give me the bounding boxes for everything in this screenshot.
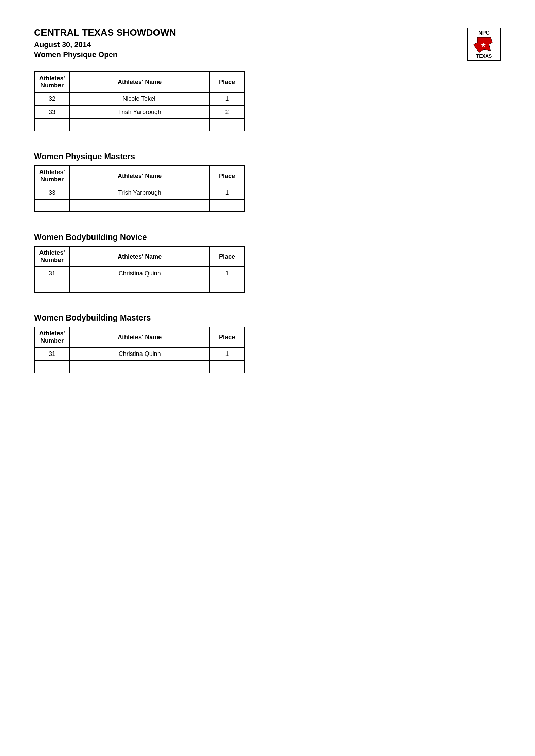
empty-cell — [70, 119, 210, 131]
table-row: 31 Christina Quinn 1 — [34, 267, 245, 280]
event-category: Women Physique Open — [34, 50, 176, 59]
column-header-name: Athletes' Name — [70, 327, 210, 347]
section-title-women-physique-masters: Women Physique Masters — [34, 152, 501, 161]
athlete-place: 1 — [210, 186, 245, 199]
section-title-women-bodybuilding-novice: Women Bodybuilding Novice — [34, 232, 501, 242]
column-header-name: Athletes' Name — [70, 72, 210, 92]
empty-cell — [34, 119, 70, 131]
empty-cell — [34, 280, 70, 292]
column-header-place: Place — [210, 246, 245, 267]
table-header-row: Athletes'Number Athletes' Name Place — [34, 72, 245, 92]
section-women-bodybuilding-masters: Women Bodybuilding Masters Athletes'Numb… — [34, 313, 501, 373]
page-header: CENTRAL TEXAS SHOWDOWN August 30, 2014 W… — [34, 27, 501, 61]
table-row-empty — [34, 119, 245, 131]
empty-cell — [210, 119, 245, 131]
column-header-number: Athletes'Number — [34, 327, 70, 347]
column-header-place: Place — [210, 327, 245, 347]
table-row: 31 Christina Quinn 1 — [34, 347, 245, 361]
svg-text:TEXAS: TEXAS — [476, 53, 492, 59]
column-header-number: Athletes'Number — [34, 166, 70, 186]
event-date: August 30, 2014 — [34, 40, 176, 49]
table-row-empty — [34, 361, 245, 373]
athlete-number: 32 — [34, 92, 70, 105]
empty-cell — [210, 199, 245, 212]
header-text: CENTRAL TEXAS SHOWDOWN August 30, 2014 W… — [34, 27, 176, 59]
empty-cell — [210, 280, 245, 292]
svg-text:NPC: NPC — [478, 30, 490, 36]
section-title-women-bodybuilding-masters: Women Bodybuilding Masters — [34, 313, 501, 323]
table-row: 32 Nicole Tekell 1 — [34, 92, 245, 105]
column-header-place: Place — [210, 166, 245, 186]
table-row: 33 Trish Yarbrough 2 — [34, 105, 245, 119]
empty-cell — [210, 361, 245, 373]
athlete-place: 2 — [210, 105, 245, 119]
column-header-number: Athletes'Number — [34, 72, 70, 92]
column-header-name: Athletes' Name — [70, 246, 210, 267]
column-header-name: Athletes' Name — [70, 166, 210, 186]
table-header-row: Athletes'Number Athletes' Name Place — [34, 246, 245, 267]
column-header-place: Place — [210, 72, 245, 92]
table-row-empty — [34, 199, 245, 212]
svg-text:★: ★ — [481, 42, 486, 48]
empty-cell — [34, 361, 70, 373]
section-women-physique-open: Athletes'Number Athletes' Name Place 32 … — [34, 71, 501, 131]
empty-cell — [34, 199, 70, 212]
table-women-bodybuilding-novice: Athletes'Number Athletes' Name Place 31 … — [34, 246, 245, 293]
column-header-number: Athletes'Number — [34, 246, 70, 267]
athlete-name: Christina Quinn — [70, 347, 210, 361]
athlete-place: 1 — [210, 92, 245, 105]
table-row-empty — [34, 280, 245, 292]
empty-cell — [70, 199, 210, 212]
section-women-physique-masters: Women Physique Masters Athletes'Number A… — [34, 152, 501, 212]
athlete-name: Christina Quinn — [70, 267, 210, 280]
table-women-physique-open: Athletes'Number Athletes' Name Place 32 … — [34, 71, 245, 131]
athlete-place: 1 — [210, 267, 245, 280]
section-women-bodybuilding-novice: Women Bodybuilding Novice Athletes'Numbe… — [34, 232, 501, 293]
athlete-number: 31 — [34, 347, 70, 361]
table-women-physique-masters: Athletes'Number Athletes' Name Place 33 … — [34, 165, 245, 212]
athlete-name: Trish Yarbrough — [70, 105, 210, 119]
athlete-number: 33 — [34, 186, 70, 199]
table-women-bodybuilding-masters: Athletes'Number Athletes' Name Place 31 … — [34, 327, 245, 373]
npc-logo: NPC ★ TEXAS — [467, 27, 501, 61]
athlete-name: Nicole Tekell — [70, 92, 210, 105]
athlete-name: Trish Yarbrough — [70, 186, 210, 199]
table-header-row: Athletes'Number Athletes' Name Place — [34, 166, 245, 186]
athlete-place: 1 — [210, 347, 245, 361]
table-header-row: Athletes'Number Athletes' Name Place — [34, 327, 245, 347]
athlete-number: 33 — [34, 105, 70, 119]
table-row: 33 Trish Yarbrough 1 — [34, 186, 245, 199]
athlete-number: 31 — [34, 267, 70, 280]
event-title: CENTRAL TEXAS SHOWDOWN — [34, 27, 176, 38]
empty-cell — [70, 361, 210, 373]
empty-cell — [70, 280, 210, 292]
